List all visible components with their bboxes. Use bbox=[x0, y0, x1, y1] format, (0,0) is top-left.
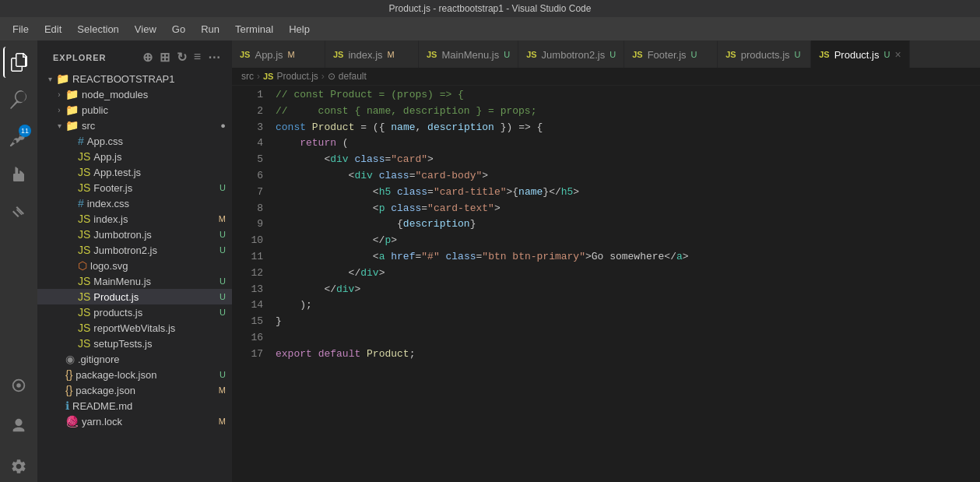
sidebar-item-package-json[interactable]: {} package.json M bbox=[37, 382, 232, 398]
tab-app-js[interactable]: JS App.js M bbox=[232, 40, 325, 68]
search-icon[interactable] bbox=[3, 84, 34, 115]
main-layout: 11 EXPLORER ⊕ ⊞ ↻ ≡ ⋯ bbox=[0, 40, 980, 482]
source-control-badge: 11 bbox=[19, 125, 31, 137]
menu-bar: File Edit Selection View Go Run Terminal… bbox=[0, 17, 980, 40]
svg-file-icon: ⬡ bbox=[78, 259, 87, 272]
menu-help[interactable]: Help bbox=[283, 20, 316, 38]
code-editor[interactable]: 1 2 3 4 5 6 7 8 9 10 11 12 13 14 15 16 1… bbox=[232, 86, 980, 482]
explorer-icon[interactable] bbox=[3, 47, 34, 78]
logo-svg-label: logo.svg bbox=[90, 260, 232, 272]
tab-jumbotron2-js[interactable]: JS Jumbotron2.js U bbox=[518, 40, 624, 68]
title-bar: Product.js - reactbootstrap1 - Visual St… bbox=[0, 0, 980, 17]
sidebar-item-readme-md[interactable]: ℹ README.md bbox=[37, 398, 232, 413]
menu-terminal[interactable]: Terminal bbox=[229, 20, 279, 38]
sidebar-item-mainmenu-js[interactable]: JS MainMenu.js U bbox=[37, 273, 232, 289]
menu-edit[interactable]: Edit bbox=[38, 20, 68, 38]
breadcrumb-symbol-icon: ⊙ bbox=[328, 71, 335, 82]
product-js-label: Product.js bbox=[93, 291, 220, 303]
breadcrumb-file[interactable]: Product.js bbox=[276, 71, 318, 82]
menu-file[interactable]: File bbox=[6, 20, 35, 38]
app-css-label: App.css bbox=[87, 135, 232, 147]
sidebar-item-gitignore[interactable]: ◉ .gitignore bbox=[37, 351, 232, 367]
sidebar-item-app-js[interactable]: JS App.js bbox=[37, 149, 232, 164]
reportwebvitals-js-label: reportWebVitals.js bbox=[93, 322, 232, 334]
js-file-icon: JS bbox=[78, 213, 90, 225]
sidebar-item-footer-js[interactable]: JS Footer.js U bbox=[37, 180, 232, 195]
tab-label-product-js: Product.js bbox=[834, 49, 880, 61]
md-file-icon: ℹ bbox=[65, 399, 69, 412]
git-modified-badge: M bbox=[219, 214, 226, 223]
sidebar-item-package-lock-json[interactable]: {} package-lock.json U bbox=[37, 367, 232, 382]
sidebar-item-node-modules[interactable]: › 📁 node_modules bbox=[37, 86, 232, 102]
js-file-icon: JS bbox=[78, 181, 90, 194]
menu-run[interactable]: Run bbox=[195, 20, 226, 38]
code-content[interactable]: // const Product = (props) => { // const… bbox=[269, 86, 980, 482]
tab-mainmenu-js[interactable]: JS MainMenu.js U bbox=[419, 40, 518, 68]
jumbotron2-js-label: Jumbotron2.js bbox=[93, 245, 220, 256]
breadcrumb-sep2: › bbox=[321, 71, 325, 82]
index-js-label: index.js bbox=[93, 213, 218, 225]
file-tree: ▾ 📁 REACTBOOTSTRAP1 › 📁 node_modules › 📁… bbox=[37, 71, 232, 482]
activity-bar: 11 bbox=[0, 40, 37, 482]
chevron-right-icon: › bbox=[53, 90, 65, 99]
project-root[interactable]: ▾ 📁 REACTBOOTSTRAP1 bbox=[37, 71, 232, 86]
breadcrumb-src[interactable]: src bbox=[241, 71, 254, 82]
sidebar-item-logo-svg[interactable]: ⬡ logo.svg bbox=[37, 258, 232, 273]
breadcrumb-symbol[interactable]: default bbox=[339, 71, 367, 82]
sidebar-item-reportwebvitals-js[interactable]: JS reportWebVitals.js bbox=[37, 320, 232, 336]
menu-view[interactable]: View bbox=[128, 20, 163, 38]
sidebar-item-public[interactable]: › 📁 public bbox=[37, 102, 232, 118]
yarn-lock-label: yarn.lock bbox=[82, 416, 219, 427]
tab-label-jumbotron2-js: Jumbotron2.js bbox=[542, 49, 606, 61]
new-folder-icon[interactable]: ⊞ bbox=[158, 48, 172, 66]
sidebar-item-index-css[interactable]: # index.css bbox=[37, 195, 232, 211]
tab-products-js[interactable]: JS products.js U bbox=[718, 40, 811, 68]
sidebar-item-app-test-js[interactable]: JS App.test.js bbox=[37, 164, 232, 180]
products-js-label: products.js bbox=[93, 307, 220, 318]
tab-product-js[interactable]: JS Product.js U × bbox=[811, 40, 909, 68]
new-file-icon[interactable]: ⊕ bbox=[141, 48, 155, 66]
collapse-icon[interactable]: ≡ bbox=[192, 48, 203, 66]
git-untracked-badge: U bbox=[220, 245, 226, 255]
chevron-right-icon: › bbox=[53, 106, 65, 114]
sidebar-item-src[interactable]: ▾ 📁 src ● bbox=[37, 118, 232, 133]
gitignore-label: .gitignore bbox=[78, 354, 232, 365]
window-title: Product.js - reactbootstrap1 - Visual St… bbox=[389, 3, 592, 14]
css-file-icon: # bbox=[78, 135, 84, 147]
chevron-down-icon: ▾ bbox=[44, 75, 56, 83]
more-actions-icon[interactable]: ⋯ bbox=[206, 48, 223, 66]
menu-go[interactable]: Go bbox=[166, 20, 191, 38]
sidebar-item-products-js[interactable]: JS products.js U bbox=[37, 304, 232, 320]
account-icon[interactable] bbox=[3, 410, 34, 442]
settings-icon[interactable] bbox=[3, 451, 34, 482]
tab-footer-js[interactable]: JS Footer.js U bbox=[624, 40, 718, 68]
node-modules-label: node_modules bbox=[82, 89, 232, 100]
extensions-icon[interactable] bbox=[3, 196, 34, 227]
sidebar-item-yarn-lock[interactable]: 🧶 yarn.lock M bbox=[37, 413, 232, 429]
source-control-icon[interactable]: 11 bbox=[3, 121, 34, 153]
line-numbers: 1 2 3 4 5 6 7 8 9 10 11 12 13 14 15 16 1… bbox=[232, 86, 269, 482]
git-untracked-badge: U bbox=[220, 230, 226, 239]
mainmenu-js-label: MainMenu.js bbox=[93, 276, 220, 287]
setuptests-js-label: setupTests.js bbox=[93, 338, 232, 350]
sidebar-item-jumbotron2-js[interactable]: JS Jumbotron2.js U bbox=[37, 242, 232, 258]
sidebar-actions: ⊕ ⊞ ↻ ≡ ⋯ bbox=[141, 48, 223, 66]
menu-selection[interactable]: Selection bbox=[71, 20, 125, 38]
tab-index-js[interactable]: JS index.js M bbox=[325, 40, 419, 68]
sidebar-item-product-js[interactable]: JS Product.js U bbox=[37, 289, 232, 304]
sidebar-item-index-js[interactable]: JS index.js M bbox=[37, 211, 232, 227]
git-untracked-badge: U bbox=[220, 292, 226, 301]
folder-icon: 📁 bbox=[56, 72, 69, 85]
git-untracked-badge: U bbox=[220, 183, 226, 192]
sidebar-item-setuptests-js[interactable]: JS setupTests.js bbox=[37, 336, 232, 351]
package-json-label: package.json bbox=[76, 385, 218, 396]
sidebar-item-app-css[interactable]: # App.css bbox=[37, 133, 232, 149]
yarn-file-icon: 🧶 bbox=[65, 415, 79, 427]
refresh-icon[interactable]: ↻ bbox=[175, 48, 189, 66]
tab-close-icon[interactable]: × bbox=[894, 48, 901, 61]
run-debug-icon[interactable] bbox=[3, 159, 34, 190]
svg-point-1 bbox=[16, 383, 21, 388]
sidebar-item-jumbotron-js[interactable]: JS Jumbotron.js U bbox=[37, 227, 232, 242]
remote-icon[interactable] bbox=[3, 370, 34, 401]
git-modified-badge: M bbox=[219, 417, 226, 426]
